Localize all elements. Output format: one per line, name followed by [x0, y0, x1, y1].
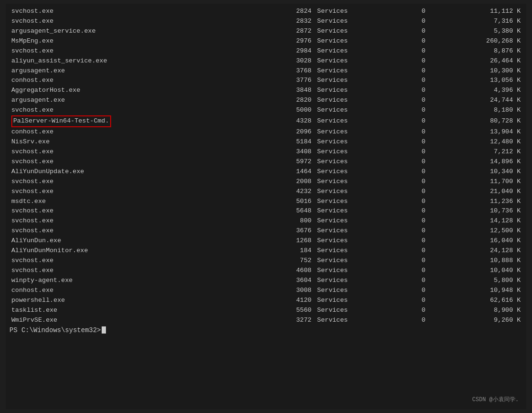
process-pid: 4328: [258, 115, 315, 127]
table-row: argusagent_service.exe 2872 Services 0 5…: [9, 26, 523, 36]
process-num: 0: [398, 76, 429, 86]
process-pid: 2984: [258, 46, 315, 56]
process-name: NisSrv.exe: [9, 137, 258, 147]
process-session: Services: [315, 46, 398, 56]
process-session: Services: [315, 177, 398, 187]
process-pid: 800: [258, 216, 315, 226]
process-session: Services: [315, 96, 398, 105]
process-mem: 260,268 K: [429, 36, 523, 46]
process-num: 0: [398, 306, 429, 316]
process-pid: 5972: [258, 157, 315, 167]
process-mem: 7,212 K: [429, 147, 523, 157]
table-row: conhost.exe 3776 Services 0 13,056 K: [9, 76, 523, 86]
process-name: svchost.exe: [9, 46, 258, 56]
table-row: PalServer-Win64-Test-Cmd. 4328 Services …: [9, 115, 523, 127]
process-session: Services: [315, 86, 398, 96]
process-name: argusagent_service.exe: [9, 26, 258, 36]
table-row: svchost.exe 800 Services 0 14,128 K: [9, 216, 523, 226]
process-num: 0: [398, 105, 429, 115]
process-pid: 3028: [258, 56, 315, 66]
process-pid: 5184: [258, 137, 315, 147]
table-row: conhost.exe 2096 Services 0 13,904 K: [9, 127, 523, 137]
process-pid: 3768: [258, 66, 315, 76]
process-pid: 2096: [258, 127, 315, 137]
process-name: svchost.exe: [9, 177, 258, 187]
process-num: 0: [398, 157, 429, 167]
process-num: 0: [398, 7, 429, 17]
process-pid: 3408: [258, 147, 315, 157]
process-session: Services: [315, 306, 398, 316]
process-num: 0: [398, 66, 429, 76]
process-name: MsMpEng.exe: [9, 36, 258, 46]
process-mem: 7,316 K: [429, 17, 523, 26]
process-name: svchost.exe: [9, 157, 258, 167]
process-pid: 2872: [258, 26, 315, 36]
process-pid: 5648: [258, 206, 315, 216]
table-row: conhost.exe 3008 Services 0 10,948 K: [9, 286, 523, 296]
process-mem: 12,480 K: [429, 137, 523, 147]
process-session: Services: [315, 137, 398, 147]
process-session: Services: [315, 316, 398, 325]
process-pid: 2008: [258, 177, 315, 187]
process-num: 0: [398, 296, 429, 306]
table-row: msdtc.exe 5016 Services 0 11,236 K: [9, 197, 523, 207]
process-num: 0: [398, 96, 429, 105]
process-name: svchost.exe: [9, 206, 258, 216]
process-num: 0: [398, 187, 429, 197]
process-name: svchost.exe: [9, 105, 258, 115]
process-mem: 12,500 K: [429, 226, 523, 236]
process-num: 0: [398, 197, 429, 207]
table-row: svchost.exe 2824 Services 0 11,112 K: [9, 7, 523, 17]
process-session: Services: [315, 266, 398, 276]
process-num: 0: [398, 316, 429, 325]
process-num: 0: [398, 177, 429, 187]
table-row: svchost.exe 3408 Services 0 7,212 K: [9, 147, 523, 157]
table-row: svchost.exe 2832 Services 0 7,316 K: [9, 17, 523, 26]
process-name: argusagent.exe: [9, 96, 258, 105]
process-session: Services: [315, 246, 398, 256]
process-mem: 24,744 K: [429, 96, 523, 105]
process-session: Services: [315, 197, 398, 207]
process-name: svchost.exe: [9, 256, 258, 266]
process-num: 0: [398, 17, 429, 26]
table-row: svchost.exe 3676 Services 0 12,500 K: [9, 226, 523, 236]
process-pid: 5560: [258, 306, 315, 316]
table-row: argusagent.exe 2820 Services 0 24,744 K: [9, 96, 523, 105]
process-mem: 26,464 K: [429, 56, 523, 66]
table-row: NisSrv.exe 5184 Services 0 12,480 K: [9, 137, 523, 147]
process-pid: 2976: [258, 36, 315, 46]
process-session: Services: [315, 147, 398, 157]
process-num: 0: [398, 115, 429, 127]
process-mem: 8,876 K: [429, 46, 523, 56]
process-mem: 4,396 K: [429, 86, 523, 96]
process-name: svchost.exe: [9, 216, 258, 226]
cursor: [102, 326, 106, 334]
process-pid: 2832: [258, 17, 315, 26]
process-mem: 10,736 K: [429, 206, 523, 216]
prompt-text: PS C:\Windows\system32>: [9, 326, 101, 334]
process-name: AggregatorHost.exe: [9, 86, 258, 96]
table-row: WmiPrvSE.exe 3272 Services 0 9,260 K: [9, 316, 523, 325]
process-num: 0: [398, 236, 429, 246]
process-mem: 10,888 K: [429, 256, 523, 266]
table-row: svchost.exe 5648 Services 0 10,736 K: [9, 206, 523, 216]
process-name: AliYunDunMonitor.exe: [9, 246, 258, 256]
table-row: svchost.exe 2984 Services 0 8,876 K: [9, 46, 523, 56]
process-pid: 2820: [258, 96, 315, 105]
process-mem: 62,616 K: [429, 296, 523, 306]
process-name: svchost.exe: [9, 7, 258, 17]
process-name: svchost.exe: [9, 226, 258, 236]
table-row: svchost.exe 5972 Services 0 14,896 K: [9, 157, 523, 167]
process-name: tasklist.exe: [9, 306, 258, 316]
process-pid: 3776: [258, 76, 315, 86]
process-session: Services: [315, 127, 398, 137]
process-session: Services: [315, 226, 398, 236]
process-num: 0: [398, 246, 429, 256]
process-num: 0: [398, 56, 429, 66]
process-session: Services: [315, 256, 398, 266]
process-mem: 11,700 K: [429, 177, 523, 187]
table-row: svchost.exe 2008 Services 0 11,700 K: [9, 177, 523, 187]
process-num: 0: [398, 276, 429, 286]
process-session: Services: [315, 206, 398, 216]
process-pid: 752: [258, 256, 315, 266]
